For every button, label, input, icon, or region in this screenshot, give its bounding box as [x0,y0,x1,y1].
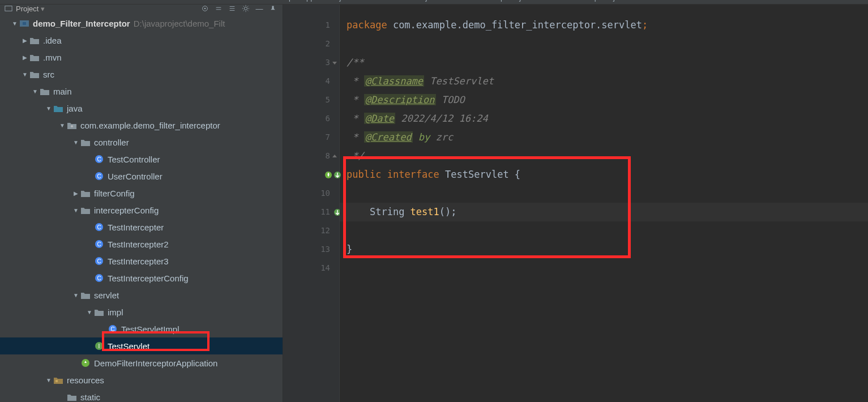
chevron-down-icon[interactable]: ▼ [31,88,40,95]
chevron-right-icon[interactable]: ▶ [20,54,29,61]
folder-icon [29,35,40,45]
code-line[interactable] [340,184,868,203]
chevron-down-icon[interactable]: ▼ [44,377,53,383]
line-number: 7 [326,128,330,147]
tree-label: .mvn [43,53,62,62]
line-number: 1 [326,16,330,35]
tree-class[interactable]: ▶CTestServletImpl [0,320,283,337]
tree-source-root[interactable]: ▼ java [0,100,283,117]
svg-text:C: C [97,241,101,247]
tree-folder[interactable]: ▶ .idea [0,32,283,49]
chevron-down-icon[interactable]: ▾ [41,5,45,13]
chevron-down-icon[interactable]: ▼ [10,20,19,27]
close-icon[interactable]: × [536,0,540,1]
code-editor[interactable]: 1 2 3 4 5 6 7 8 9 10 11 [283,5,868,402]
project-tree[interactable]: ▼ demo_Filter_Interceptor D:\javaproject… [0,12,283,402]
tree-package[interactable]: ▶ filterConfig [0,185,283,202]
code-line[interactable]: package com.example.demo_filter_intercep… [340,16,868,35]
folder-icon [67,392,77,402]
tree-resources-root[interactable]: ▼ resources [0,371,283,388]
editor-tab[interactable]: TestIntercepter2.java× [452,0,546,4]
tree-package[interactable]: ▼ intercepterConfig [0,202,283,219]
tree-class[interactable]: ▶ C UserController [0,168,283,185]
close-icon[interactable]: × [356,0,360,1]
editor-tab[interactable]: TestIntercepter3.java× [546,0,640,4]
svg-rect-24 [55,380,58,382]
tree-package-servlet[interactable]: ▼ servlet [0,286,283,303]
code-line[interactable]: * @Created by zrc [340,128,868,147]
fold-end-icon[interactable] [332,153,337,159]
svg-text:C: C [97,258,101,264]
line-number: 3 [326,53,330,72]
class-icon: C [94,222,104,232]
editor-tab[interactable]: ptorApplication.java× [283,0,366,4]
tree-class[interactable]: ▶CTestIntercepter [0,219,283,236]
tree-label: controller [94,138,129,147]
tree-class[interactable]: ▶CTestIntercepterConfig [0,270,283,286]
line-number: 13 [320,240,330,259]
code-line[interactable]: * @Classname TestServlet [340,72,868,91]
code-line[interactable]: } [340,240,868,259]
line-number: 5 [326,91,330,109]
tree-label: TestServlet [108,341,149,351]
code-line[interactable]: */ [340,147,868,165]
tree-package-impl[interactable]: ▼ impl [0,303,283,320]
line-number: 2 [326,35,330,53]
folder-icon [29,69,40,79]
chevron-down-icon[interactable]: ▼ [58,122,67,129]
code-line[interactable]: /** [340,53,868,72]
spring-boot-icon [80,358,91,368]
folder-icon [29,52,40,62]
project-tool-header[interactable]: Project ▾ — [0,5,283,12]
code-line[interactable] [340,221,868,240]
tree-class[interactable]: ▶CTestIntercepter3 [0,253,283,270]
spring-bean-icon[interactable] [324,171,332,179]
editor-tab[interactable]: TestController.java× [366,0,452,4]
chevron-down-icon[interactable]: ▼ [85,309,94,315]
tree-label: impl [108,307,123,317]
chevron-down-icon[interactable]: ▼ [71,207,80,213]
code-line[interactable] [340,35,868,53]
editor-gutter[interactable]: 1 2 3 4 5 6 7 8 9 10 11 [283,5,340,402]
code-line[interactable] [340,259,868,277]
tree-package[interactable]: ▼ controller [0,134,283,151]
line-number: 12 [320,221,330,240]
chevron-down-icon[interactable]: ▼ [71,292,80,298]
line-number: 8 [326,147,330,165]
code-line-current[interactable]: String test1(); [340,203,868,221]
chevron-right-icon[interactable]: ▶ [20,37,29,44]
chevron-down-icon[interactable]: ▼ [20,71,29,78]
code-area[interactable]: package com.example.demo_filter_intercep… [340,5,868,402]
code-line[interactable]: public interface TestServlet { [340,165,868,184]
package-icon [80,290,91,300]
tree-package[interactable]: ▼ com.example.demo_filter_interceptor [0,117,283,134]
chevron-down-icon[interactable]: ▼ [44,105,53,112]
folder-icon [40,86,50,96]
tree-spring-boot-app[interactable]: ▶DemoFilterInterceptorApplication [0,354,283,371]
code-line[interactable]: * @Date 2022/4/12 16:24 [340,109,868,128]
tree-folder[interactable]: ▶ static [0,388,283,402]
project-tool-title: Project [16,5,39,13]
editor-tab[interactable]: Tes [640,0,669,4]
fold-start-icon[interactable] [332,60,337,66]
tree-class[interactable]: ▶ C TestController [0,151,283,168]
tree-class[interactable]: ▶CTestIntercepter2 [0,236,283,253]
chevron-right-icon[interactable]: ▶ [71,190,80,196]
class-icon: C [94,256,104,266]
tree-project-root[interactable]: ▼ demo_Filter_Interceptor D:\javaproject… [0,15,283,32]
package-icon [80,188,91,198]
tree-folder-src[interactable]: ▼ src [0,66,283,83]
tree-folder[interactable]: ▶ .mvn [0,49,283,66]
close-icon[interactable]: × [630,0,634,1]
tab-label: Tes [652,0,664,2]
tree-interface-selected[interactable]: ▶ITestServlet [0,337,283,354]
package-icon [94,307,104,317]
close-icon[interactable]: × [442,0,446,1]
tree-label: servlet [94,290,119,300]
tree-label: src [43,70,54,79]
tree-folder-main[interactable]: ▼ main [0,83,283,100]
tree-label: main [53,87,72,96]
code-line[interactable]: * @Description TODO [340,91,868,109]
class-icon: C [94,154,104,164]
chevron-down-icon[interactable]: ▼ [71,139,80,146]
